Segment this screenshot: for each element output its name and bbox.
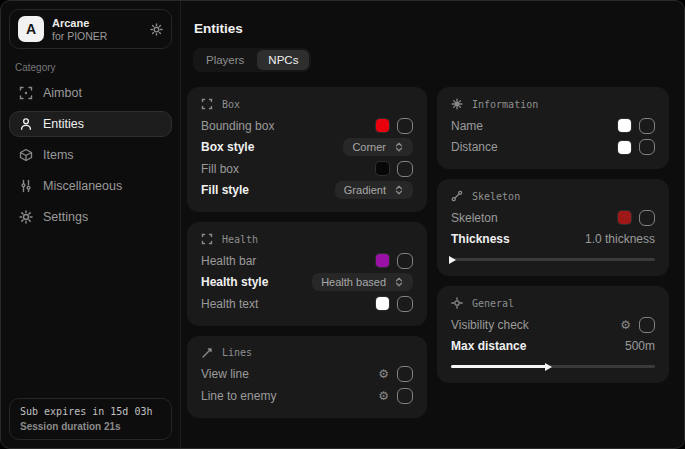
card-box: Box Bounding box Box style Corner	[187, 87, 427, 212]
main-content: Entities Players NPCs Box	[181, 1, 684, 448]
setting-row-fill-style: Fill style Gradient	[201, 180, 413, 202]
card-title: Skeleton	[472, 191, 520, 202]
card-skeleton-header: Skeleton	[451, 190, 655, 202]
setting-label: Health bar	[201, 254, 256, 268]
category-label: Category	[15, 62, 166, 73]
bone-icon	[451, 190, 463, 202]
package-box-icon	[19, 148, 33, 162]
setting-label: Fill style	[201, 183, 249, 197]
sub-expiry-text: Sub expires in 15d 03h	[20, 406, 161, 417]
card-title: Health	[222, 234, 258, 245]
gear-icon[interactable]: ⚙	[378, 368, 389, 380]
setting-row-distance: Distance	[451, 137, 655, 159]
sliders-icon	[19, 179, 33, 193]
setting-label: Bounding box	[201, 119, 274, 133]
health-text-checkbox[interactable]	[397, 296, 413, 312]
card-title: Information	[472, 99, 538, 110]
color-swatch[interactable]	[376, 254, 389, 267]
sidebar-item-label: Miscellaneous	[43, 179, 122, 193]
dropdown-value: Health based	[321, 276, 386, 288]
fill-box-checkbox[interactable]	[397, 161, 413, 177]
setting-row-health-text: Health text	[201, 293, 413, 315]
setting-label: Fill box	[201, 162, 239, 176]
color-swatch[interactable]	[376, 297, 389, 310]
health-style-dropdown[interactable]: Health based	[312, 273, 413, 291]
setting-label: Name	[451, 119, 483, 133]
setting-row-visibility-check: Visibility check ⚙	[451, 314, 655, 336]
setting-row-thickness: Thickness 1.0 thickness	[451, 229, 655, 251]
gear-icon[interactable]: ⚙	[620, 319, 631, 331]
sidebar-item-label: Aimbot	[43, 86, 82, 100]
setting-label: Max distance	[451, 339, 526, 353]
sidebar-item-settings[interactable]: Settings	[9, 204, 172, 230]
column-left: Box Bounding box Box style Corner	[187, 87, 427, 428]
name-checkbox[interactable]	[639, 118, 655, 134]
card-health: Health Health bar Health style Health ba…	[187, 222, 427, 326]
sidebar-item-aimbot[interactable]: Aimbot	[9, 80, 172, 106]
page-title: Entities	[194, 21, 669, 36]
sidebar-nav: Aimbot Entities Items	[9, 80, 172, 230]
crosshair-icon	[451, 297, 463, 309]
color-swatch[interactable]	[376, 119, 389, 132]
card-information-header: Information	[451, 98, 655, 110]
card-health-header: Health	[201, 233, 413, 245]
entity-type-tabs: Players NPCs	[193, 48, 311, 72]
card-general-header: General	[451, 297, 655, 309]
slider-fill	[451, 365, 547, 368]
gear-icon[interactable]: ⚙	[378, 390, 389, 402]
slider-thumb[interactable]	[449, 256, 456, 264]
card-box-header: Box	[201, 98, 413, 110]
bounding-box-checkbox[interactable]	[397, 118, 413, 134]
health-bar-checkbox[interactable]	[397, 253, 413, 269]
setting-row-bounding-box: Bounding box	[201, 115, 413, 137]
sidebar: A Arcane for PIONER Category	[1, 1, 181, 448]
corner-brackets-icon	[201, 98, 213, 110]
card-lines: Lines View line ⚙ Line to enemy ⚙	[187, 336, 427, 418]
sidebar-item-label: Items	[43, 148, 74, 162]
slider-thumb[interactable]	[545, 363, 552, 371]
setting-label: Distance	[451, 140, 498, 154]
setting-label: Health text	[201, 297, 258, 311]
unfold-icon	[394, 142, 404, 152]
tab-players[interactable]: Players	[195, 50, 255, 70]
session-duration-text: Session duration 21s	[20, 421, 161, 432]
dropdown-value: Corner	[352, 141, 386, 153]
corner-brackets-icon	[201, 233, 213, 245]
card-general: General Visibility check ⚙ Max distance …	[437, 286, 669, 383]
view-line-checkbox[interactable]	[397, 366, 413, 382]
line-to-enemy-checkbox[interactable]	[397, 388, 413, 404]
gear-icon[interactable]	[150, 23, 163, 36]
tab-npcs[interactable]: NPCs	[257, 50, 309, 70]
color-swatch[interactable]	[618, 211, 631, 224]
distance-checkbox[interactable]	[639, 139, 655, 155]
color-swatch[interactable]	[618, 119, 631, 132]
app-header: A Arcane for PIONER	[9, 9, 172, 49]
color-swatch[interactable]	[376, 162, 389, 175]
column-right: Information Name Distance	[437, 87, 669, 393]
skeleton-checkbox[interactable]	[639, 210, 655, 226]
card-lines-header: Lines	[201, 347, 413, 359]
unfold-icon	[394, 185, 404, 195]
setting-row-fill-box: Fill box	[201, 158, 413, 180]
diagonal-line-icon	[201, 347, 213, 359]
sidebar-item-label: Settings	[43, 210, 88, 224]
person-icon	[19, 117, 33, 131]
setting-row-max-distance: Max distance 500m	[451, 336, 655, 358]
box-style-dropdown[interactable]: Corner	[343, 138, 413, 156]
setting-row-health-bar: Health bar	[201, 250, 413, 272]
sidebar-item-entities[interactable]: Entities	[9, 111, 172, 137]
setting-label: Line to enemy	[201, 389, 276, 403]
sidebar-item-items[interactable]: Items	[9, 142, 172, 168]
color-swatch[interactable]	[618, 141, 631, 154]
visibility-check-checkbox[interactable]	[639, 317, 655, 333]
setting-row-skeleton: Skeleton	[451, 207, 655, 229]
max-distance-slider[interactable]	[451, 365, 655, 368]
app-title-block: Arcane for PIONER	[52, 17, 142, 42]
setting-label: View line	[201, 367, 249, 381]
settings-columns: Box Bounding box Box style Corner	[187, 87, 669, 428]
thickness-slider[interactable]	[451, 258, 655, 261]
app-logo: A	[18, 16, 44, 42]
sidebar-item-miscellaneous[interactable]: Miscellaneous	[9, 173, 172, 199]
setting-label: Health style	[201, 275, 268, 289]
fill-style-dropdown[interactable]: Gradient	[335, 181, 413, 199]
